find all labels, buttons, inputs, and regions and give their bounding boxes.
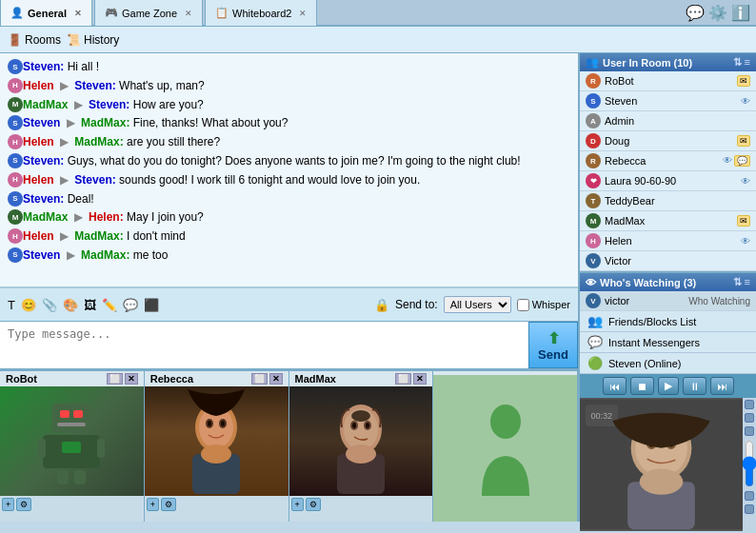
chat-icon[interactable]: 💬 [686,4,705,22]
user-helen-icons: 👁 [741,236,750,247]
chat-icon-rebecca[interactable]: 💬 [734,155,750,167]
svg-point-27 [490,405,521,439]
compose-input[interactable] [0,322,528,368]
friends-list-button[interactable]: 👥 Friends/Blocks List [580,311,756,332]
msg-icon-doug[interactable]: ✉ [737,135,750,147]
list-item[interactable]: S Steven 👁 [580,91,756,111]
avatar: M [586,213,601,228]
tab-gamezone-close[interactable]: ✕ [185,9,192,18]
list-item[interactable]: R Rebecca 👁 💬 [580,151,756,171]
settings-icon[interactable]: ⚙️ [708,4,727,22]
svg-point-23 [366,423,369,428]
avatar: S [8,115,23,130]
info-icon[interactable]: ℹ️ [731,4,750,22]
whisper-checkbox-label[interactable]: Whisper [517,299,570,311]
list-item[interactable]: D Doug ✉ [580,131,756,151]
send-to-select[interactable]: All Users Steven Helen MadMax [444,296,511,313]
madmax-settings-btn[interactable]: ⚙ [306,498,321,511]
sidebar-btn-5[interactable] [745,504,754,514]
friends-icon: 👥 [587,314,603,328]
chat-messages[interactable]: S Steven: Hi all ! H Helen ▶ Steven: Wha… [0,53,578,287]
pencil-icon[interactable]: ✏️ [102,298,117,312]
tabs-bar: 👤 General ✕ 🎮 Game Zone ✕ 📋 Whiteboard2 … [0,0,756,27]
robot-expand-btn[interactable]: + [2,498,14,511]
tab-general-close[interactable]: ✕ [74,9,82,18]
video-next-btn[interactable]: ⏭ [710,377,734,395]
list-item[interactable]: H Helen 👁 [580,231,756,251]
sidebar-btn-1[interactable] [745,400,754,409]
emoji-icon[interactable]: 😊 [21,298,36,312]
msg-icon-robot[interactable]: ✉ [737,75,750,87]
video-pause-btn[interactable]: ⏸ [683,377,706,395]
send-to-label: Send to: [395,298,438,311]
video-play-btn[interactable]: ▶ [658,377,679,395]
sidebar-btn-4[interactable] [745,491,754,501]
list-item[interactable]: R RoBot ✉ [580,71,756,91]
color-icon[interactable]: 🎨 [63,298,78,312]
video-cell-rebecca-name: Rebecca [150,373,193,385]
table-row: H Helen ▶ Steven: What's up, man? [8,78,570,94]
send-arrow-icon: ⬆ [547,329,560,347]
svg-text:00:32: 00:32 [590,411,612,421]
expand-icon-rebecca[interactable]: ⬜ [251,373,268,385]
list-item[interactable]: ❤ Laura 90-60-90 👁 [580,171,756,191]
user-name-rebecca: Rebecca [605,155,719,167]
text-format-icon[interactable]: T [8,298,15,312]
watching-options-icon[interactable]: ≡ [745,276,750,288]
rebecca-settings-btn[interactable]: ⚙ [161,498,176,511]
history-button[interactable]: 📜 History [67,33,119,47]
watching-sort-icon[interactable]: ⇅ [733,276,742,288]
tab-gamezone-label: Game Zone [122,8,177,19]
tab-whiteboard[interactable]: 📋 Whiteboard2 ✕ [205,0,317,26]
expand-icon-madmax[interactable]: ⬜ [395,373,411,385]
video-stop-btn[interactable]: ⏹ [630,377,654,395]
list-item[interactable]: V Victor [580,251,756,271]
list-item[interactable]: A Admin [580,111,756,131]
msg-icon-madmax[interactable]: ✉ [737,215,750,227]
whisper-checkbox[interactable] [517,299,529,311]
instant-messengers-label: Instant Messengers [608,337,700,348]
sort-icon[interactable]: ⇅ [733,56,742,69]
square-icon[interactable]: ⬛ [144,298,159,312]
svg-rect-0 [52,404,90,432]
chat-bubble-icon[interactable]: 💬 [123,298,138,312]
avatar: R [586,73,601,89]
send-button[interactable]: ⬆ Send [528,322,578,368]
options-icon[interactable]: ≡ [745,56,750,69]
instant-messengers-button[interactable]: 💬 Instant Messengers [580,332,756,353]
close-icon-rebecca[interactable]: ✕ [269,373,283,385]
avatar: ❤ [586,173,601,188]
watching-panel-header: 👁 Who's Watching (3) ⇅ ≡ [580,273,756,291]
cam-icon-laura[interactable]: 👁 [741,176,750,187]
video-prev-btn[interactable]: ⏮ [603,377,627,395]
image-icon[interactable]: 🖼 [84,298,96,312]
close-icon-madmax[interactable]: ✕ [413,373,427,385]
watcher-item[interactable]: V victor Who Watching [580,291,756,311]
madmax-expand-btn[interactable]: + [291,498,304,511]
rooms-button[interactable]: 🚪 Rooms [8,33,61,47]
rebecca-expand-btn[interactable]: + [147,498,159,511]
svg-point-26 [351,410,370,422]
robot-settings-btn[interactable]: ⚙ [16,498,31,511]
users-panel-icon: 👥 [586,56,599,69]
sidebar-btn-2[interactable] [745,413,754,423]
cam-icon-steven[interactable]: 👁 [741,96,750,107]
expand-icon[interactable]: ⬜ [107,373,123,385]
cam-icon-rebecca[interactable]: 👁 [723,155,732,167]
close-icon[interactable]: ✕ [125,373,138,385]
gamezone-tab-icon: 🎮 [105,7,118,19]
list-item[interactable]: T TeddyBear [580,191,756,211]
volume-slider[interactable] [745,440,754,487]
avatar: M [8,97,23,112]
tabs-right-icons: 💬 ⚙️ ℹ️ [686,4,756,22]
sidebar-btn-3[interactable] [745,426,754,436]
tab-gamezone[interactable]: 🎮 Game Zone ✕ [94,0,203,26]
attachment-icon[interactable]: 📎 [42,298,57,312]
cam-icon-helen[interactable]: 👁 [741,236,750,247]
steven-online-button[interactable]: 🟢 Steven (Online) [580,353,756,374]
tab-general[interactable]: 👤 General ✕ [0,0,92,26]
tab-whiteboard-close[interactable]: ✕ [299,9,307,18]
list-item[interactable]: M MadMax ✉ [580,211,756,231]
right-panel-sidebar [743,398,756,531]
users-panel-right-icons: ⇅ ≡ [733,56,750,69]
